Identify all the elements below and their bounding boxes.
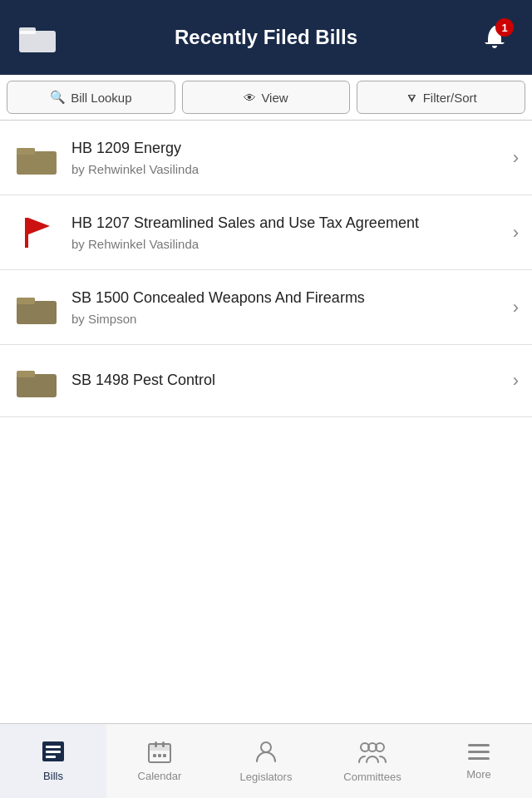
page-title: Recently Filed Bills (58, 26, 474, 49)
bill-list: HB 1209 Energy by Rehwinkel Vasilinda › … (0, 121, 532, 723)
svg-rect-29 (468, 744, 490, 746)
chevron-right-icon: › (513, 147, 519, 169)
table-row[interactable]: SB 1498 Pest Control › (0, 345, 532, 417)
folder-icon (13, 137, 60, 179)
svg-rect-20 (155, 741, 157, 747)
bill-info: HB 1209 Energy by Rehwinkel Vasilinda (71, 139, 505, 175)
svg-rect-21 (162, 741, 165, 747)
svg-rect-6 (25, 218, 28, 248)
svg-rect-23 (158, 754, 161, 757)
table-row[interactable]: HB 1207 Streamlined Sales and Use Tax Ag… (0, 195, 532, 270)
chevron-right-icon: › (513, 297, 519, 318)
nav-item-bills[interactable]: Bills (0, 724, 106, 798)
svg-rect-30 (468, 751, 490, 753)
calendar-icon (147, 740, 172, 766)
notification-badge: 1 (495, 18, 514, 37)
bill-info: HB 1207 Streamlined Sales and Use Tax Ag… (71, 214, 505, 250)
svg-rect-13 (17, 371, 35, 377)
chevron-right-icon: › (513, 222, 519, 244)
nav-label-calendar: Calendar (138, 770, 182, 782)
chevron-right-icon: › (513, 370, 519, 392)
bills-icon (41, 740, 66, 766)
nav-label-legislators: Legislators (240, 771, 293, 783)
nav-item-legislators[interactable]: Legislators (213, 724, 319, 798)
view-button[interactable]: 👁 View (182, 81, 351, 114)
bottom-nav: Bills Calendar Legislators (0, 723, 532, 798)
more-icon (466, 741, 491, 765)
search-icon: 🔍 (50, 90, 66, 105)
folder-icon (13, 287, 60, 328)
nav-item-calendar[interactable]: Calendar (106, 724, 213, 798)
svg-rect-15 (46, 746, 61, 748)
eye-icon: 👁 (244, 91, 256, 105)
svg-rect-19 (149, 744, 170, 751)
svg-point-25 (261, 742, 271, 752)
nav-item-more[interactable]: More (426, 724, 532, 798)
bill-title: SB 1498 Pest Control (71, 371, 505, 390)
header: Recently Filed Bills 1 (0, 0, 532, 75)
svg-rect-17 (46, 756, 56, 758)
svg-rect-12 (17, 374, 57, 397)
table-row[interactable]: SB 1500 Concealed Weapons And Firearms b… (0, 270, 532, 345)
bill-title: HB 1209 Energy (71, 139, 505, 158)
bill-title: SB 1500 Concealed Weapons And Firearms (71, 288, 505, 308)
folder-icon (13, 360, 60, 401)
svg-rect-11 (17, 298, 35, 304)
notification-bell[interactable]: 1 (474, 17, 515, 58)
view-label: View (261, 91, 288, 105)
bill-author: by Simpson (71, 312, 505, 326)
nav-item-committees[interactable]: Committees (319, 724, 426, 798)
bill-lookup-label: Bill Lookup (71, 91, 131, 105)
bill-lookup-button[interactable]: 🔍 Bill Lookup (7, 81, 175, 114)
bill-info: SB 1500 Concealed Weapons And Firearms b… (71, 288, 505, 325)
flag-icon (13, 212, 60, 254)
nav-label-more: More (466, 768, 491, 781)
svg-rect-1 (19, 27, 36, 34)
legislators-icon (254, 739, 278, 767)
bill-title: HB 1207 Streamlined Sales and Use Tax Ag… (71, 214, 505, 233)
committees-icon (357, 739, 387, 767)
bill-author: by Rehwinkel Vasilinda (71, 162, 505, 176)
nav-label-committees: Committees (343, 771, 401, 783)
svg-marker-7 (28, 218, 50, 234)
bill-info: SB 1498 Pest Control (71, 371, 505, 390)
filter-icon: ⛛ (406, 91, 418, 105)
svg-rect-22 (153, 754, 156, 757)
svg-rect-31 (468, 757, 490, 760)
svg-rect-5 (17, 148, 35, 155)
filter-sort-button[interactable]: ⛛ Filter/Sort (357, 81, 525, 114)
svg-rect-10 (17, 301, 57, 324)
bill-author: by Rehwinkel Vasilinda (71, 237, 505, 251)
filter-sort-label: Filter/Sort (423, 91, 477, 105)
table-row[interactable]: HB 1209 Energy by Rehwinkel Vasilinda › (0, 121, 532, 195)
svg-rect-24 (163, 754, 166, 757)
toolbar: 🔍 Bill Lookup 👁 View ⛛ Filter/Sort (0, 75, 532, 121)
header-folder-icon (17, 17, 58, 58)
svg-rect-4 (17, 151, 57, 175)
svg-rect-16 (46, 751, 61, 753)
nav-label-bills: Bills (43, 770, 63, 782)
